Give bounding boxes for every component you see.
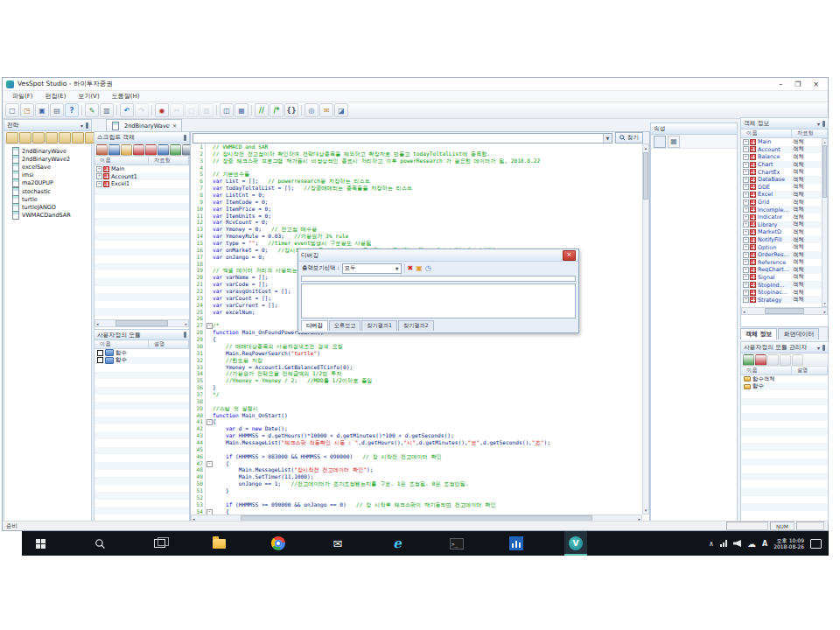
- tab-2ndbinarywave[interactable]: 2ndBinaryWave ×: [106, 119, 182, 131]
- object-info-row[interactable]: +Grid객체: [741, 199, 822, 206]
- module-down-icon[interactable]: [780, 354, 791, 366]
- object-info-row[interactable]: +Stopinac...객체: [741, 289, 822, 297]
- expand-icon[interactable]: +: [96, 181, 102, 187]
- strategy-tree[interactable]: 2ndBinaryWave2ndBinaryWave2excelSaveimsi…: [4, 144, 91, 220]
- edit-script-icon[interactable]: ✎: [85, 103, 99, 117]
- timer-output-icon[interactable]: ◷: [425, 264, 431, 272]
- expand-icon[interactable]: +: [743, 229, 749, 235]
- copy-window-icon[interactable]: ▥: [100, 103, 114, 117]
- debug-dialog-titlebar[interactable]: 디버깅 ×: [298, 249, 578, 262]
- chevron-down-icon[interactable]: ▾: [817, 121, 820, 127]
- col-name[interactable]: 이름: [94, 340, 149, 348]
- strategy-item[interactable]: stochastic: [4, 187, 91, 195]
- debug-tab[interactable]: 찾기결과1: [361, 320, 397, 331]
- object-info-row[interactable]: +MarketD객체: [741, 228, 822, 236]
- braces-icon[interactable]: {}: [284, 103, 298, 117]
- expand-icon[interactable]: +: [743, 192, 749, 198]
- expand-icon[interactable]: +: [743, 282, 749, 288]
- find-object-icon[interactable]: [108, 144, 120, 156]
- comment-line-icon[interactable]: //: [255, 103, 269, 117]
- new-document-icon[interactable]: ▢: [5, 103, 19, 117]
- module-manager-row[interactable]: 함수객체: [741, 375, 828, 383]
- expand-icon[interactable]: +: [743, 290, 749, 296]
- stop-object-icon[interactable]: [145, 144, 157, 156]
- chevron-down-icon[interactable]: ▾: [817, 345, 820, 351]
- terminal-icon[interactable]: >_: [445, 531, 468, 556]
- pin-icon[interactable]: [822, 121, 825, 127]
- find-combobox[interactable]: ▼: [192, 133, 612, 144]
- close-button[interactable]: ×: [813, 80, 819, 88]
- object-info-row[interactable]: +Balance객체: [741, 153, 822, 161]
- chevron-down-icon[interactable]: ▼: [603, 134, 612, 143]
- find-button[interactable]: 찾기: [615, 132, 643, 144]
- debug-dialog-close-icon[interactable]: ×: [563, 250, 576, 261]
- help-icon[interactable]: ?: [65, 103, 79, 117]
- object-info-row[interactable]: +Strategy객체: [741, 296, 822, 304]
- expand-icon[interactable]: +: [743, 214, 749, 220]
- expand-icon[interactable]: +: [96, 166, 102, 172]
- add-object-icon[interactable]: [96, 144, 108, 156]
- pin-icon[interactable]: [86, 122, 88, 129]
- edit-object-icon[interactable]: [121, 144, 132, 156]
- taskbar-search-icon[interactable]: [88, 531, 111, 556]
- check-object-icon[interactable]: [170, 144, 181, 156]
- user-module-row[interactable]: 함수: [94, 357, 189, 365]
- col-desc[interactable]: 설명: [792, 367, 828, 374]
- file-explorer-icon[interactable]: [207, 531, 230, 556]
- col-type[interactable]: 자료형: [792, 130, 828, 137]
- expand-icon[interactable]: +: [743, 154, 749, 160]
- object-info-row[interactable]: +DataBase객체: [741, 176, 822, 184]
- expand-icon[interactable]: +: [743, 221, 749, 228]
- grid-view-icon[interactable]: ▦: [668, 136, 680, 148]
- checkbox[interactable]: [97, 357, 103, 363]
- debug-tab[interactable]: 디버깅: [301, 320, 328, 331]
- expand-icon[interactable]: +: [743, 267, 749, 273]
- network-icon[interactable]: [720, 540, 727, 547]
- onedrive-cloud-icon[interactable]: ☁: [747, 539, 756, 549]
- ime-indicator[interactable]: A: [762, 540, 767, 548]
- mail-app-icon[interactable]: ✉: [326, 531, 349, 556]
- object-info-row[interactable]: +Account객체: [741, 146, 822, 154]
- save-strategy-icon[interactable]: [32, 132, 45, 144]
- clock[interactable]: 오후 10:09 2018-08-26: [774, 537, 804, 550]
- object-info-row[interactable]: +DDE객체: [741, 184, 822, 192]
- save-icon[interactable]: ▣: [35, 103, 49, 117]
- pin-icon[interactable]: [184, 332, 186, 338]
- copy-icon[interactable]: ▢: [185, 103, 199, 117]
- expand-icon[interactable]: +: [743, 297, 749, 303]
- debug-tab[interactable]: 찾기결과2: [398, 320, 434, 331]
- mail-icon[interactable]: ✉: [319, 103, 333, 117]
- start-icon[interactable]: [29, 531, 52, 556]
- expand-icon[interactable]: +: [743, 184, 749, 190]
- strategy-item[interactable]: 2ndBinaryWave2: [4, 155, 91, 163]
- tab-object-info[interactable]: 객체 정보: [740, 328, 777, 340]
- delete-module-icon[interactable]: [755, 354, 766, 366]
- delete-strategy-icon[interactable]: [46, 132, 58, 144]
- expand-icon[interactable]: +: [743, 252, 749, 258]
- menu-item[interactable]: 보기(V): [72, 92, 105, 101]
- panel-menu-icon[interactable]: ▾: [80, 122, 83, 129]
- chrome-icon[interactable]: [267, 531, 290, 556]
- script-objects-hscrollbar[interactable]: ◂▸: [94, 319, 189, 327]
- window-layout-icon[interactable]: ▦: [234, 103, 248, 117]
- expand-icon[interactable]: +: [743, 259, 749, 265]
- redo-icon[interactable]: ↷: [135, 103, 149, 117]
- expand-icon[interactable]: +: [743, 206, 749, 213]
- script-object-row[interactable]: +Account1: [94, 173, 189, 181]
- chevron-down-icon[interactable]: ▼: [394, 266, 401, 271]
- expand-icon[interactable]: +: [743, 244, 749, 250]
- col-type[interactable]: 자료형: [149, 157, 189, 164]
- expand-icon[interactable]: +: [743, 274, 749, 280]
- minimize-button[interactable]: –: [779, 80, 782, 88]
- user-module-row[interactable]: 함수: [94, 349, 189, 357]
- object-info-row[interactable]: +Chart객체: [741, 161, 822, 169]
- object-info-row[interactable]: +OrderRes...객체: [741, 251, 822, 259]
- strategy-item[interactable]: excelSave: [4, 163, 91, 171]
- menu-item[interactable]: 편집(E): [39, 92, 73, 101]
- action-center-icon[interactable]: [810, 539, 822, 549]
- expand-icon[interactable]: +: [743, 146, 749, 152]
- script-object-row[interactable]: +Excel1: [94, 180, 189, 188]
- maximize-button[interactable]: ❐: [794, 80, 801, 88]
- object-info-row[interactable]: +ChartEx객체: [741, 168, 822, 176]
- strategy-item[interactable]: imsi: [4, 172, 91, 179]
